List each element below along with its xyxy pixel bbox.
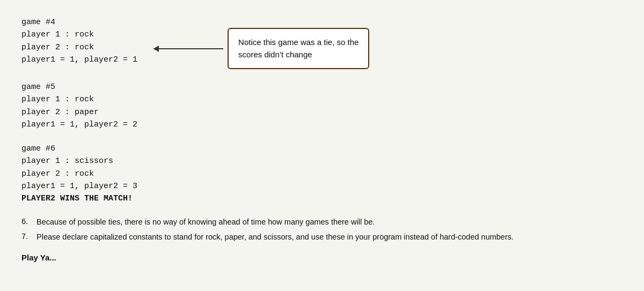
game6-winner: PLAYER2 WINS THE MATCH!	[21, 192, 623, 205]
numbered-item-7: 7. Please declare capitalized constants …	[21, 232, 623, 243]
game5-p2: player 2 : paper	[21, 106, 623, 118]
notice-box: Notice this game was a tie, so the score…	[228, 28, 369, 69]
content-area: game #4 player 1 : rock player 2 : rock …	[21, 16, 623, 262]
numbered-item-6: 6. Because of possible ties, there is no…	[21, 217, 623, 228]
notice-line1: Notice this game was a tie, so the	[238, 36, 358, 49]
game6-block: game #6 player 1 : scissors player 2 : r…	[21, 143, 623, 205]
notice-line2: scores didn’t change	[238, 49, 358, 61]
page: game #4 player 1 : rock player 2 : rock …	[0, 0, 644, 291]
game4-title: game #4	[21, 16, 137, 28]
game4-block: game #4 player 1 : rock player 2 : rock …	[21, 16, 137, 66]
game5-p1: player 1 : rock	[21, 93, 623, 106]
bottom-label: Play Ya...	[21, 253, 623, 262]
game5-title: game #5	[21, 81, 623, 93]
item-text-6: Because of possible ties, there is no wa…	[36, 217, 375, 228]
item-number-6: 6.	[21, 217, 36, 228]
game6-title: game #6	[21, 143, 623, 155]
item-text-7: Please declare capitalized constants to …	[36, 232, 514, 243]
game4-p1: player 1 : rock	[21, 28, 137, 41]
game5-scores: player1 = 1, player2 = 2	[21, 118, 623, 131]
game6-p2: player 2 : rock	[21, 168, 623, 180]
left-section: game #4 player 1 : rock player 2 : rock …	[21, 16, 623, 262]
game6-scores: player1 = 1, player2 = 3	[21, 180, 623, 192]
game6-p1: player 1 : scissors	[21, 155, 623, 167]
game5-block: game #5 player 1 : rock player 2 : paper…	[21, 81, 623, 131]
game4-scores: player1 = 1, player2 = 1	[21, 54, 137, 66]
item-number-7: 7.	[21, 232, 36, 243]
game4-p2: player 2 : rock	[21, 41, 137, 54]
numbered-items: 6. Because of possible ties, there is no…	[21, 217, 623, 243]
